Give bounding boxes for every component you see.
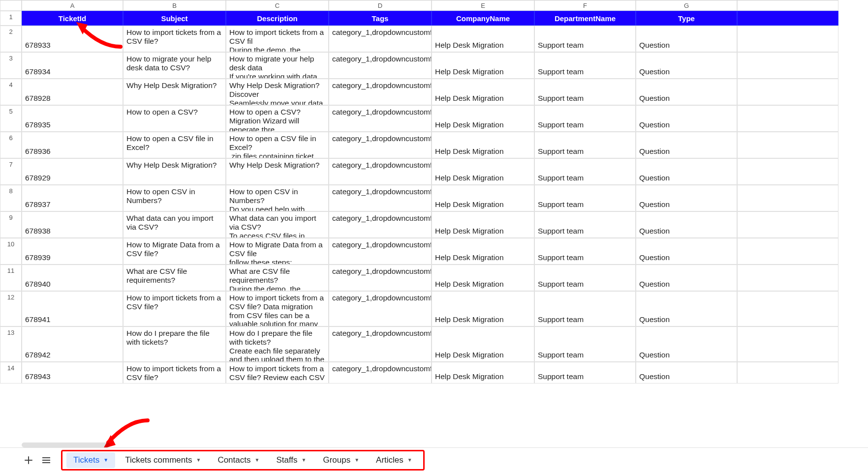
- cell[interactable]: Why Help Desk Migration?: [226, 158, 329, 185]
- column-header[interactable]: [737, 0, 838, 11]
- sheet-tab[interactable]: Tickets comments▼: [118, 452, 208, 468]
- sheet-tab[interactable]: Tickets▼: [66, 452, 115, 468]
- cell[interactable]: category_1,dropdowncustomfield_select_op…: [329, 158, 432, 185]
- cell[interactable]: How do I prepare the file with tickets? …: [226, 326, 329, 362]
- cell[interactable]: Support team: [534, 158, 636, 185]
- cell[interactable]: Question: [636, 132, 737, 158]
- table-header-cell[interactable]: Subject: [123, 11, 226, 26]
- cell[interactable]: Help Desk Migration: [432, 132, 534, 158]
- cell[interactable]: Question: [636, 362, 737, 384]
- cell[interactable]: [737, 26, 838, 52]
- column-header[interactable]: D: [329, 0, 432, 11]
- cell[interactable]: Support team: [534, 238, 636, 265]
- cell[interactable]: What data can you import via CSV?: [123, 211, 226, 238]
- cell[interactable]: 678933: [22, 26, 123, 52]
- sheet-tab[interactable]: Contacts▼: [211, 452, 266, 468]
- cell[interactable]: category_1,dropdowncustomfield_select_op…: [329, 185, 432, 211]
- cell[interactable]: 678938: [22, 211, 123, 238]
- horizontal-scrollbar[interactable]: [22, 442, 110, 447]
- table-header-cell[interactable]: CompanyName: [432, 11, 534, 26]
- cell[interactable]: Support team: [534, 52, 636, 79]
- row-header[interactable]: 12: [0, 291, 22, 326]
- all-sheets-button[interactable]: [37, 451, 55, 469]
- cell[interactable]: Support team: [534, 326, 636, 362]
- cell[interactable]: [737, 158, 838, 185]
- cell[interactable]: Support team: [534, 362, 636, 384]
- cell[interactable]: Help Desk Migration: [432, 158, 534, 185]
- cell[interactable]: category_1,dropdowncustomfield_select_op…: [329, 291, 432, 326]
- cell[interactable]: Help Desk Migration: [432, 211, 534, 238]
- cell[interactable]: Question: [636, 52, 737, 79]
- cell[interactable]: Help Desk Migration: [432, 185, 534, 211]
- cell[interactable]: How to open a CSV?: [123, 105, 226, 132]
- cell[interactable]: category_1,dropdowncustomfield_select_op…: [329, 79, 432, 105]
- cell[interactable]: [737, 52, 838, 79]
- cell[interactable]: Help Desk Migration: [432, 326, 534, 362]
- cell[interactable]: How to import tickets from a CSV fil Dur…: [226, 26, 329, 52]
- cell[interactable]: Support team: [534, 105, 636, 132]
- cell[interactable]: Help Desk Migration: [432, 362, 534, 384]
- row-header[interactable]: 4: [0, 79, 22, 105]
- table-header-cell[interactable]: DepartmentName: [534, 11, 636, 26]
- cell[interactable]: How to import tickets from a CSV file? D…: [226, 291, 329, 326]
- cell[interactable]: category_1,dropdowncustomfield_select_op…: [329, 362, 432, 384]
- cell[interactable]: 678934: [22, 52, 123, 79]
- column-header[interactable]: A: [22, 0, 123, 11]
- add-sheet-button[interactable]: [20, 451, 37, 469]
- table-header-cell[interactable]: TicketId: [22, 11, 123, 26]
- cell[interactable]: category_1,dropdowncustomfield_select_op…: [329, 132, 432, 158]
- cell[interactable]: category_1,dropdowncustomfield_select_op…: [329, 238, 432, 265]
- cell[interactable]: Question: [636, 26, 737, 52]
- row-header[interactable]: 3: [0, 52, 22, 79]
- cell[interactable]: Question: [636, 211, 737, 238]
- row-header[interactable]: 10: [0, 238, 22, 265]
- spreadsheet[interactable]: ABCDEFG1TicketIdSubjectDescriptionTagsCo…: [0, 0, 868, 447]
- cell[interactable]: Question: [636, 185, 737, 211]
- cell[interactable]: How to open CSV in Numbers? Do you need …: [226, 185, 329, 211]
- cell[interactable]: Help Desk Migration: [432, 52, 534, 79]
- sheet-tab[interactable]: Groups▼: [316, 452, 366, 468]
- cell[interactable]: category_1,dropdowncustomfield_select_op…: [329, 211, 432, 238]
- cell[interactable]: How to import tickets from a CSV file?: [123, 26, 226, 52]
- cell[interactable]: Why Help Desk Migration?: [123, 158, 226, 185]
- cell[interactable]: How to open CSV in Numbers?: [123, 185, 226, 211]
- cell[interactable]: What are CSV file requirements?: [123, 265, 226, 291]
- cell[interactable]: category_1,dropdowncustomfield_select_op…: [329, 52, 432, 79]
- cell[interactable]: Question: [636, 158, 737, 185]
- cell[interactable]: category_1,dropdowncustomfield_select_op…: [329, 26, 432, 52]
- cell[interactable]: Help Desk Migration: [432, 265, 534, 291]
- cell[interactable]: [737, 291, 838, 326]
- cell[interactable]: [737, 238, 838, 265]
- column-header[interactable]: B: [123, 0, 226, 11]
- cell[interactable]: 678942: [22, 326, 123, 362]
- cell[interactable]: Question: [636, 265, 737, 291]
- cell[interactable]: 678936: [22, 132, 123, 158]
- cell[interactable]: Question: [636, 326, 737, 362]
- row-header[interactable]: 7: [0, 158, 22, 185]
- cell[interactable]: Support team: [534, 211, 636, 238]
- cell[interactable]: category_1,dropdowncustomfield_select_op…: [329, 105, 432, 132]
- cell[interactable]: 678935: [22, 105, 123, 132]
- cell[interactable]: How to import tickets from a CSV file?: [123, 362, 226, 384]
- select-all-cell[interactable]: [0, 0, 22, 11]
- cell[interactable]: 678928: [22, 79, 123, 105]
- cell[interactable]: [737, 211, 838, 238]
- cell[interactable]: Help Desk Migration: [432, 26, 534, 52]
- cell[interactable]: Question: [636, 79, 737, 105]
- cell[interactable]: Support team: [534, 26, 636, 52]
- cell[interactable]: [737, 265, 838, 291]
- cell[interactable]: [737, 362, 838, 384]
- cell[interactable]: Support team: [534, 79, 636, 105]
- sheet-tab[interactable]: Staffs▼: [269, 452, 313, 468]
- cell[interactable]: 678943: [22, 362, 123, 384]
- cell[interactable]: How to migrate your help desk data to CS…: [123, 52, 226, 79]
- cell[interactable]: 678937: [22, 185, 123, 211]
- cell[interactable]: category_1,dropdowncustomfield_select_op…: [329, 326, 432, 362]
- cell[interactable]: Help Desk Migration: [432, 79, 534, 105]
- cell[interactable]: How to Migrate Data from a CSV file?: [123, 238, 226, 265]
- cell[interactable]: Why Help Desk Migration? Discover Seamle…: [226, 79, 329, 105]
- cell[interactable]: 678940: [22, 265, 123, 291]
- cell[interactable]: 678939: [22, 238, 123, 265]
- sheet-tab[interactable]: Articles▼: [369, 452, 419, 468]
- cell[interactable]: Question: [636, 105, 737, 132]
